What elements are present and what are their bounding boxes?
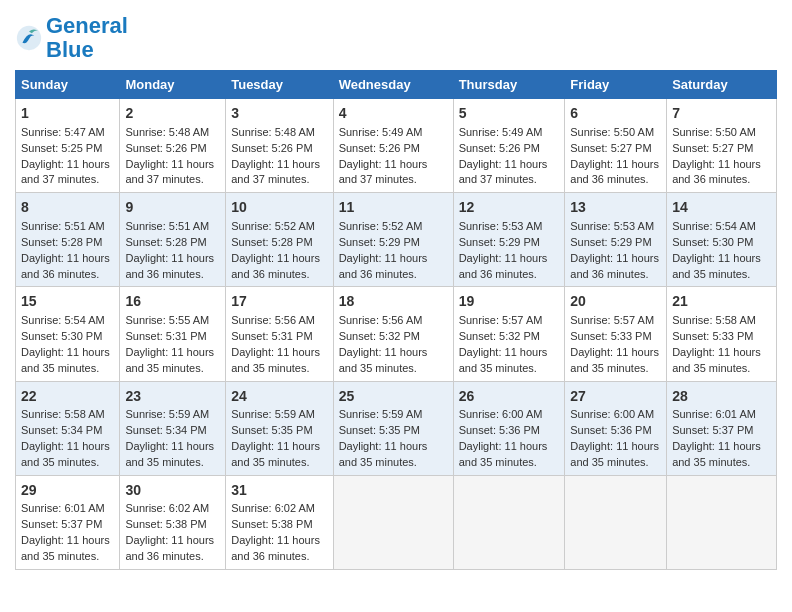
day-number: 4 bbox=[339, 103, 448, 123]
day-number: 26 bbox=[459, 386, 560, 406]
calendar-cell: 31Sunrise: 6:02 AMSunset: 5:38 PMDayligh… bbox=[226, 475, 333, 569]
day-number: 30 bbox=[125, 480, 220, 500]
day-number: 11 bbox=[339, 197, 448, 217]
day-number: 8 bbox=[21, 197, 114, 217]
calendar-cell: 2Sunrise: 5:48 AMSunset: 5:26 PMDaylight… bbox=[120, 99, 226, 193]
calendar-cell: 25Sunrise: 5:59 AMSunset: 5:35 PMDayligh… bbox=[333, 381, 453, 475]
day-number: 16 bbox=[125, 291, 220, 311]
day-number: 19 bbox=[459, 291, 560, 311]
logo-icon bbox=[15, 24, 43, 52]
calendar-cell: 4Sunrise: 5:49 AMSunset: 5:26 PMDaylight… bbox=[333, 99, 453, 193]
calendar-cell bbox=[333, 475, 453, 569]
calendar-cell: 5Sunrise: 5:49 AMSunset: 5:26 PMDaylight… bbox=[453, 99, 565, 193]
calendar-cell bbox=[667, 475, 777, 569]
day-number: 20 bbox=[570, 291, 661, 311]
day-number: 13 bbox=[570, 197, 661, 217]
logo: GeneralBlue bbox=[15, 14, 128, 62]
calendar-cell: 24Sunrise: 5:59 AMSunset: 5:35 PMDayligh… bbox=[226, 381, 333, 475]
calendar-cell: 18Sunrise: 5:56 AMSunset: 5:32 PMDayligh… bbox=[333, 287, 453, 381]
calendar-cell: 7Sunrise: 5:50 AMSunset: 5:27 PMDaylight… bbox=[667, 99, 777, 193]
col-header-wednesday: Wednesday bbox=[333, 71, 453, 99]
calendar-cell: 22Sunrise: 5:58 AMSunset: 5:34 PMDayligh… bbox=[16, 381, 120, 475]
day-number: 27 bbox=[570, 386, 661, 406]
day-number: 24 bbox=[231, 386, 327, 406]
calendar-cell: 23Sunrise: 5:59 AMSunset: 5:34 PMDayligh… bbox=[120, 381, 226, 475]
logo-text: GeneralBlue bbox=[46, 14, 128, 62]
day-number: 1 bbox=[21, 103, 114, 123]
day-number: 17 bbox=[231, 291, 327, 311]
week-row-1: 1Sunrise: 5:47 AMSunset: 5:25 PMDaylight… bbox=[16, 99, 777, 193]
day-number: 25 bbox=[339, 386, 448, 406]
calendar-cell: 19Sunrise: 5:57 AMSunset: 5:32 PMDayligh… bbox=[453, 287, 565, 381]
day-number: 5 bbox=[459, 103, 560, 123]
day-number: 3 bbox=[231, 103, 327, 123]
day-number: 6 bbox=[570, 103, 661, 123]
calendar-cell: 14Sunrise: 5:54 AMSunset: 5:30 PMDayligh… bbox=[667, 193, 777, 287]
col-header-thursday: Thursday bbox=[453, 71, 565, 99]
day-number: 7 bbox=[672, 103, 771, 123]
week-row-3: 15Sunrise: 5:54 AMSunset: 5:30 PMDayligh… bbox=[16, 287, 777, 381]
calendar-cell: 17Sunrise: 5:56 AMSunset: 5:31 PMDayligh… bbox=[226, 287, 333, 381]
calendar-cell: 21Sunrise: 5:58 AMSunset: 5:33 PMDayligh… bbox=[667, 287, 777, 381]
calendar-cell: 29Sunrise: 6:01 AMSunset: 5:37 PMDayligh… bbox=[16, 475, 120, 569]
calendar-cell: 16Sunrise: 5:55 AMSunset: 5:31 PMDayligh… bbox=[120, 287, 226, 381]
calendar-cell: 12Sunrise: 5:53 AMSunset: 5:29 PMDayligh… bbox=[453, 193, 565, 287]
day-number: 15 bbox=[21, 291, 114, 311]
calendar-cell: 13Sunrise: 5:53 AMSunset: 5:29 PMDayligh… bbox=[565, 193, 667, 287]
day-number: 29 bbox=[21, 480, 114, 500]
col-header-sunday: Sunday bbox=[16, 71, 120, 99]
day-number: 9 bbox=[125, 197, 220, 217]
day-number: 28 bbox=[672, 386, 771, 406]
col-header-saturday: Saturday bbox=[667, 71, 777, 99]
week-row-5: 29Sunrise: 6:01 AMSunset: 5:37 PMDayligh… bbox=[16, 475, 777, 569]
calendar-cell bbox=[453, 475, 565, 569]
day-number: 2 bbox=[125, 103, 220, 123]
day-number: 31 bbox=[231, 480, 327, 500]
calendar-cell: 3Sunrise: 5:48 AMSunset: 5:26 PMDaylight… bbox=[226, 99, 333, 193]
calendar-cell: 28Sunrise: 6:01 AMSunset: 5:37 PMDayligh… bbox=[667, 381, 777, 475]
calendar-cell bbox=[565, 475, 667, 569]
calendar-table: SundayMondayTuesdayWednesdayThursdayFrid… bbox=[15, 70, 777, 569]
day-number: 23 bbox=[125, 386, 220, 406]
col-header-tuesday: Tuesday bbox=[226, 71, 333, 99]
calendar-cell: 1Sunrise: 5:47 AMSunset: 5:25 PMDaylight… bbox=[16, 99, 120, 193]
week-row-2: 8Sunrise: 5:51 AMSunset: 5:28 PMDaylight… bbox=[16, 193, 777, 287]
calendar-cell: 8Sunrise: 5:51 AMSunset: 5:28 PMDaylight… bbox=[16, 193, 120, 287]
calendar-cell: 27Sunrise: 6:00 AMSunset: 5:36 PMDayligh… bbox=[565, 381, 667, 475]
calendar-cell: 9Sunrise: 5:51 AMSunset: 5:28 PMDaylight… bbox=[120, 193, 226, 287]
calendar-cell: 26Sunrise: 6:00 AMSunset: 5:36 PMDayligh… bbox=[453, 381, 565, 475]
day-number: 14 bbox=[672, 197, 771, 217]
day-number: 21 bbox=[672, 291, 771, 311]
calendar-cell: 15Sunrise: 5:54 AMSunset: 5:30 PMDayligh… bbox=[16, 287, 120, 381]
calendar-cell: 11Sunrise: 5:52 AMSunset: 5:29 PMDayligh… bbox=[333, 193, 453, 287]
calendar-cell: 20Sunrise: 5:57 AMSunset: 5:33 PMDayligh… bbox=[565, 287, 667, 381]
header: GeneralBlue bbox=[15, 10, 777, 62]
day-number: 10 bbox=[231, 197, 327, 217]
col-header-monday: Monday bbox=[120, 71, 226, 99]
calendar-cell: 30Sunrise: 6:02 AMSunset: 5:38 PMDayligh… bbox=[120, 475, 226, 569]
header-row: SundayMondayTuesdayWednesdayThursdayFrid… bbox=[16, 71, 777, 99]
week-row-4: 22Sunrise: 5:58 AMSunset: 5:34 PMDayligh… bbox=[16, 381, 777, 475]
day-number: 12 bbox=[459, 197, 560, 217]
calendar-cell: 6Sunrise: 5:50 AMSunset: 5:27 PMDaylight… bbox=[565, 99, 667, 193]
col-header-friday: Friday bbox=[565, 71, 667, 99]
day-number: 22 bbox=[21, 386, 114, 406]
calendar-cell: 10Sunrise: 5:52 AMSunset: 5:28 PMDayligh… bbox=[226, 193, 333, 287]
day-number: 18 bbox=[339, 291, 448, 311]
